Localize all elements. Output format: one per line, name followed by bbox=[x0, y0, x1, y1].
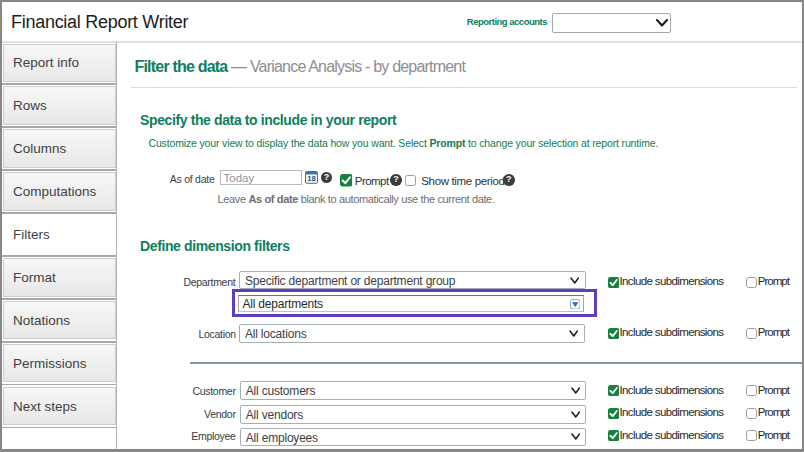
svg-text:18: 18 bbox=[307, 174, 315, 183]
